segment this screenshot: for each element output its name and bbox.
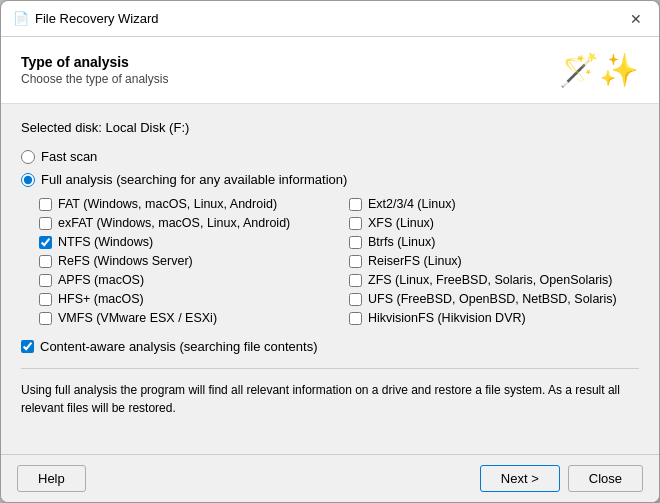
fs-refs-label: ReFS (Windows Server) xyxy=(58,254,193,268)
filesystem-grid: FAT (Windows, macOS, Linux, Android) Ext… xyxy=(39,197,639,325)
footer-right: Next > Close xyxy=(480,465,643,492)
fast-scan-radio[interactable] xyxy=(21,150,35,164)
fs-reiserfs-checkbox[interactable] xyxy=(349,255,362,268)
fs-vmfs-checkbox[interactable] xyxy=(39,312,52,325)
fs-refs[interactable]: ReFS (Windows Server) xyxy=(39,254,329,268)
fs-hfsplus-checkbox[interactable] xyxy=(39,293,52,306)
content-aware-checkbox[interactable] xyxy=(21,340,34,353)
fs-xfs[interactable]: XFS (Linux) xyxy=(349,216,639,230)
fast-scan-label: Fast scan xyxy=(41,149,97,164)
fs-apfs-checkbox[interactable] xyxy=(39,274,52,287)
next-button[interactable]: Next > xyxy=(480,465,560,492)
help-button[interactable]: Help xyxy=(17,465,86,492)
fs-reiserfs-label: ReiserFS (Linux) xyxy=(368,254,462,268)
fs-btrfs-checkbox[interactable] xyxy=(349,236,362,249)
fs-btrfs-label: Btrfs (Linux) xyxy=(368,235,435,249)
dialog-window: 📄 File Recovery Wizard ✕ Type of analysi… xyxy=(0,0,660,503)
fs-hfsplus[interactable]: HFS+ (macOS) xyxy=(39,292,329,306)
fs-ntfs-label: NTFS (Windows) xyxy=(58,235,153,249)
main-content: Selected disk: Local Disk (F:) Fast scan… xyxy=(1,104,659,454)
fs-ext234[interactable]: Ext2/3/4 (Linux) xyxy=(349,197,639,211)
fs-btrfs[interactable]: Btrfs (Linux) xyxy=(349,235,639,249)
fs-hfsplus-label: HFS+ (macOS) xyxy=(58,292,144,306)
fs-ntfs-checkbox[interactable] xyxy=(39,236,52,249)
fs-ufs[interactable]: UFS (FreeBSD, OpenBSD, NetBSD, Solaris) xyxy=(349,292,639,306)
content-aware-label: Content-aware analysis (searching file c… xyxy=(40,339,317,354)
fs-fat[interactable]: FAT (Windows, macOS, Linux, Android) xyxy=(39,197,329,211)
fs-fat-checkbox[interactable] xyxy=(39,198,52,211)
fs-zfs[interactable]: ZFS (Linux, FreeBSD, Solaris, OpenSolari… xyxy=(349,273,639,287)
header-text: Type of analysis Choose the type of anal… xyxy=(21,54,168,86)
full-analysis-option[interactable]: Full analysis (searching for any availab… xyxy=(21,172,639,187)
fs-vmfs-label: VMFS (VMware ESX / ESXi) xyxy=(58,311,217,325)
fs-reiserfs[interactable]: ReiserFS (Linux) xyxy=(349,254,639,268)
selected-disk-label: Selected disk: Local Disk (F:) xyxy=(21,120,639,135)
fs-fat-label: FAT (Windows, macOS, Linux, Android) xyxy=(58,197,277,211)
fs-xfs-label: XFS (Linux) xyxy=(368,216,434,230)
info-text: Using full analysis the program will fin… xyxy=(21,368,639,417)
fs-exfat[interactable]: exFAT (Windows, macOS, Linux, Android) xyxy=(39,216,329,230)
title-text: File Recovery Wizard xyxy=(35,11,159,26)
fs-xfs-checkbox[interactable] xyxy=(349,217,362,230)
fs-apfs-label: APFS (macOS) xyxy=(58,273,144,287)
title-bar: 📄 File Recovery Wizard ✕ xyxy=(1,1,659,37)
content-aware-option[interactable]: Content-aware analysis (searching file c… xyxy=(21,339,639,354)
fs-apfs[interactable]: APFS (macOS) xyxy=(39,273,329,287)
wizard-icon: 🪄✨ xyxy=(559,51,639,89)
fs-hikvision[interactable]: HikvisionFS (Hikvision DVR) xyxy=(349,311,639,325)
title-bar-left: 📄 File Recovery Wizard xyxy=(13,11,159,27)
fs-exfat-label: exFAT (Windows, macOS, Linux, Android) xyxy=(58,216,290,230)
header-section: Type of analysis Choose the type of anal… xyxy=(1,37,659,104)
fs-hikvision-checkbox[interactable] xyxy=(349,312,362,325)
close-button[interactable]: ✕ xyxy=(625,8,647,30)
full-analysis-label: Full analysis (searching for any availab… xyxy=(41,172,347,187)
fast-scan-option[interactable]: Fast scan xyxy=(21,149,639,164)
fs-zfs-label: ZFS (Linux, FreeBSD, Solaris, OpenSolari… xyxy=(368,273,613,287)
fs-ntfs[interactable]: NTFS (Windows) xyxy=(39,235,329,249)
header-subheading: Choose the type of analysis xyxy=(21,72,168,86)
fs-ext234-checkbox[interactable] xyxy=(349,198,362,211)
app-icon: 📄 xyxy=(13,11,29,27)
footer: Help Next > Close xyxy=(1,454,659,502)
full-analysis-radio[interactable] xyxy=(21,173,35,187)
fs-zfs-checkbox[interactable] xyxy=(349,274,362,287)
fs-ufs-label: UFS (FreeBSD, OpenBSD, NetBSD, Solaris) xyxy=(368,292,617,306)
fs-exfat-checkbox[interactable] xyxy=(39,217,52,230)
fs-refs-checkbox[interactable] xyxy=(39,255,52,268)
header-heading: Type of analysis xyxy=(21,54,168,70)
fs-ufs-checkbox[interactable] xyxy=(349,293,362,306)
fs-ext234-label: Ext2/3/4 (Linux) xyxy=(368,197,456,211)
fs-vmfs[interactable]: VMFS (VMware ESX / ESXi) xyxy=(39,311,329,325)
close-dialog-button[interactable]: Close xyxy=(568,465,643,492)
fs-hikvision-label: HikvisionFS (Hikvision DVR) xyxy=(368,311,526,325)
